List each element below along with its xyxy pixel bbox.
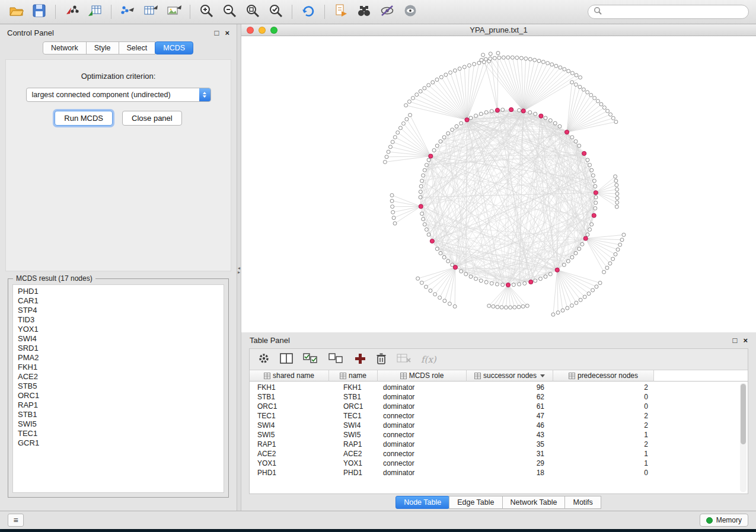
network-node[interactable]: [544, 275, 547, 278]
table-cell[interactable]: ACE2: [329, 450, 378, 458]
dominator-node[interactable]: [539, 114, 543, 118]
network-node[interactable]: [425, 164, 428, 167]
network-node[interactable]: [490, 110, 493, 113]
network-node[interactable]: [548, 118, 552, 122]
network-node[interactable]: [455, 124, 458, 128]
network-node[interactable]: [518, 108, 521, 112]
network-node[interactable]: [446, 259, 450, 263]
network-node[interactable]: [432, 149, 436, 152]
network-node[interactable]: [586, 158, 589, 162]
table-cell[interactable]: 1: [553, 459, 654, 467]
network-node[interactable]: [614, 175, 617, 178]
table-cell[interactable]: FKH1: [250, 383, 329, 392]
network-node[interactable]: [442, 136, 446, 139]
birds-eye-button[interactable]: [401, 3, 419, 21]
network-node[interactable]: [495, 283, 499, 286]
table-cell[interactable]: dominator: [378, 469, 467, 477]
network-node[interactable]: [420, 212, 424, 216]
network-node[interactable]: [590, 168, 594, 172]
network-node[interactable]: [391, 140, 394, 144]
network-node[interactable]: [484, 57, 487, 61]
dominator-node[interactable]: [506, 283, 510, 287]
dominator-node[interactable]: [429, 154, 433, 158]
network-node[interactable]: [521, 305, 525, 308]
network-node[interactable]: [589, 93, 593, 97]
mcds-result-item[interactable]: YOX1: [13, 325, 224, 334]
network-node[interactable]: [420, 179, 424, 182]
network-node[interactable]: [594, 196, 598, 199]
network-node[interactable]: [574, 83, 578, 86]
network-node[interactable]: [570, 71, 574, 75]
table-row[interactable]: RAP1RAP1dominator352: [250, 440, 748, 449]
tab-node-table[interactable]: Node Table: [395, 496, 449, 509]
dominator-node[interactable]: [583, 236, 588, 241]
network-node[interactable]: [427, 158, 430, 162]
network-node[interactable]: [433, 293, 437, 296]
network-node[interactable]: [496, 52, 500, 55]
network-node[interactable]: [448, 302, 451, 306]
tab-mcds[interactable]: MCDS: [155, 41, 193, 55]
panel-splitter[interactable]: ◂▸: [237, 24, 241, 511]
network-node[interactable]: [570, 136, 574, 139]
network-node[interactable]: [431, 81, 435, 84]
network-node[interactable]: [611, 257, 615, 261]
network-node[interactable]: [622, 233, 626, 236]
network-node[interactable]: [419, 184, 423, 188]
network-node[interactable]: [605, 266, 609, 270]
network-node[interactable]: [580, 242, 584, 246]
table-cell[interactable]: SWI5: [250, 431, 329, 439]
network-node[interactable]: [453, 69, 457, 72]
import-table-button[interactable]: [86, 3, 104, 21]
network-node[interactable]: [435, 247, 439, 251]
network-node[interactable]: [512, 283, 515, 287]
network-node[interactable]: [602, 106, 606, 110]
mcds-result-item[interactable]: PMA2: [13, 353, 224, 363]
table-cell[interactable]: 46: [467, 421, 553, 430]
mcds-result-item[interactable]: CAR1: [13, 296, 224, 306]
network-node[interactable]: [469, 116, 473, 120]
network-node[interactable]: [594, 201, 598, 204]
network-node[interactable]: [496, 305, 499, 309]
table-cell[interactable]: 61: [467, 402, 553, 411]
float-panel-icon[interactable]: □: [215, 29, 219, 37]
network-node[interactable]: [390, 194, 394, 197]
table-scrollbar[interactable]: [740, 383, 747, 492]
tab-select[interactable]: Select: [119, 41, 156, 55]
table-cell[interactable]: RAP1: [329, 440, 378, 448]
network-node[interactable]: [611, 116, 615, 120]
network-node[interactable]: [419, 89, 422, 93]
save-session-button[interactable]: [30, 3, 48, 21]
network-node[interactable]: [435, 78, 439, 81]
network-node[interactable]: [541, 60, 545, 64]
mcds-result-item[interactable]: SRD1: [13, 344, 224, 353]
network-nodes[interactable]: [383, 52, 626, 316]
network-node[interactable]: [492, 305, 495, 308]
network-node[interactable]: [596, 100, 599, 103]
close-panel-button[interactable]: Close panel: [122, 111, 182, 126]
network-node[interactable]: [467, 63, 471, 67]
table-cell[interactable]: dominator: [378, 402, 467, 411]
mcds-result-item[interactable]: TID3: [13, 315, 224, 325]
network-node[interactable]: [484, 280, 488, 284]
column-header-predecessor-nodes[interactable]: predecessor nodes: [553, 370, 654, 382]
table-cell[interactable]: connector: [378, 431, 467, 439]
network-node[interactable]: [423, 168, 426, 172]
network-node[interactable]: [591, 174, 595, 177]
table-cell[interactable]: STB1: [250, 393, 329, 401]
network-node[interactable]: [391, 210, 395, 214]
network-node[interactable]: [407, 100, 411, 104]
network-node[interactable]: [586, 91, 589, 94]
memory-button[interactable]: Memory: [700, 514, 748, 527]
network-node[interactable]: [490, 281, 493, 285]
network-node[interactable]: [411, 97, 414, 100]
network-node[interactable]: [528, 111, 532, 114]
network-node[interactable]: [559, 66, 562, 69]
network-node[interactable]: [570, 255, 574, 259]
table-cell[interactable]: connector: [378, 459, 467, 467]
criterion-dropdown[interactable]: largest connected component (undirected): [26, 88, 211, 102]
table-row[interactable]: SWI4SWI4dominator462: [250, 421, 748, 430]
mcds-result-item[interactable]: GCR1: [13, 438, 224, 448]
table-cell[interactable]: ORC1: [250, 402, 329, 411]
delete-column-button[interactable]: [376, 352, 387, 367]
table-cell[interactable]: dominator: [378, 421, 467, 430]
